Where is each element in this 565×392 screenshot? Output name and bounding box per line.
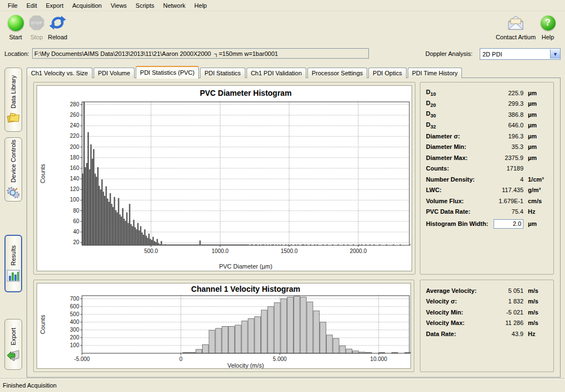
- tab-pdi-volume[interactable]: PDI Volume: [94, 68, 135, 78]
- svg-text:600: 600: [70, 303, 79, 310]
- svg-text:-5.000: -5.000: [74, 356, 90, 362]
- menu-views[interactable]: Views: [106, 1, 131, 10]
- sidebar-label-data-library: Data Library: [10, 75, 17, 109]
- folders-icon: [7, 112, 20, 124]
- svg-text:5.000: 5.000: [273, 356, 287, 362]
- export-arrow-icon: [7, 349, 20, 361]
- sidebar-label-export: Export: [10, 328, 17, 345]
- start-label: Start: [3, 34, 28, 40]
- menu-export[interactable]: Export: [42, 1, 68, 10]
- tab-pdi-time-history[interactable]: PDI Time History: [408, 68, 463, 78]
- location-input[interactable]: [32, 48, 369, 59]
- menu-network[interactable]: Network: [158, 1, 189, 10]
- svg-text:220: 220: [70, 133, 79, 139]
- sidebar-item-data-library[interactable]: Data Library: [4, 68, 22, 132]
- svg-text:80: 80: [73, 208, 80, 214]
- reload-label: Reload: [45, 34, 70, 40]
- location-label: Location:: [4, 50, 29, 57]
- chevron-down-icon[interactable]: ▼: [550, 49, 560, 59]
- stat-row-average-velocity: Average Velocity: 5 051m/s: [426, 285, 548, 296]
- svg-text:60: 60: [73, 218, 80, 224]
- stop-label: Stop: [25, 34, 48, 40]
- svg-text:40: 40: [73, 229, 80, 235]
- reload-button[interactable]: Reload: [45, 13, 70, 40]
- diameter-stats-panel: D10 225.9µm D20 299.3µm D30 386.8µm D32 …: [420, 82, 554, 275]
- stat-row-d20: D20 299.3µm: [426, 99, 548, 110]
- svg-text:120: 120: [70, 186, 79, 192]
- tab-pdi-statistics[interactable]: PDI Statistics: [200, 68, 245, 78]
- svg-text:10.000: 10.000: [370, 356, 387, 362]
- velocity-stats-panel: Average Velocity: 5 051m/s Velocity σ: 1…: [420, 280, 554, 372]
- doppler-analysis-label: Doppler Analysis:: [425, 50, 472, 57]
- sidebar-item-results[interactable]: Results: [4, 235, 22, 292]
- svg-text:200: 200: [70, 144, 79, 150]
- sidebar-item-device-controls[interactable]: Device Controls: [4, 137, 22, 202]
- svg-text:180: 180: [70, 154, 79, 161]
- stop-button[interactable]: STOP Stop: [25, 13, 48, 40]
- velocity-histogram-panel: 100200300400500600700-5.00005.00010.000C…: [33, 280, 414, 372]
- reload-icon: [49, 14, 66, 31]
- stat-row-d30: D30 386.8µm: [426, 109, 548, 120]
- contact-artium-button[interactable]: Contact Artium: [494, 13, 538, 40]
- stat-row-lwc: LWC: 117.435g/m³: [426, 185, 548, 196]
- menu-file[interactable]: File: [3, 1, 22, 10]
- status-text: Finished Acquisition: [3, 382, 56, 389]
- stat-row-diameter-max: Diameter Max: 2375.9µm: [426, 152, 548, 163]
- histogram-bin-width-input[interactable]: [494, 219, 523, 229]
- sidebar-label-results: Results: [10, 245, 17, 266]
- stat-row-histogram-bin-width: Histogram Bin Width: µm: [426, 217, 548, 230]
- envelope-icon: [506, 15, 525, 30]
- help-button[interactable]: ? Help: [536, 13, 560, 40]
- svg-text:160: 160: [70, 165, 79, 171]
- status-bar: Finished Acquisition: [0, 378, 565, 392]
- stat-row-volume-flux: Volume Flux: 1.679E-1cm/s: [426, 195, 548, 207]
- stat-row-number-density: Number Density: 41/cm³: [426, 174, 548, 185]
- menu-help[interactable]: Help: [190, 1, 212, 10]
- start-button[interactable]: Start: [3, 13, 28, 40]
- svg-text:2000.0: 2000.0: [350, 248, 367, 254]
- help-label: Help: [536, 34, 560, 40]
- svg-text:100: 100: [70, 342, 79, 348]
- stat-row-counts: Counts: 17189: [426, 163, 548, 174]
- tab-pdi-statistics-pvc[interactable]: PDI Statistics (PVC): [136, 66, 199, 79]
- stat-row-diameter-sigma: Diameter σ: 196.3µm: [426, 131, 548, 142]
- svg-text:1000.0: 1000.0: [212, 248, 229, 254]
- contact-artium-label: Contact Artium: [494, 34, 538, 40]
- stat-row-velocity-min: Velocity Min: -5 021m/s: [426, 307, 548, 318]
- svg-text:Channel 1 Velocity Histogram: Channel 1 Velocity Histogram: [191, 285, 300, 293]
- sidebar-item-export[interactable]: Export: [4, 319, 22, 370]
- menu-scripts[interactable]: Scripts: [131, 1, 159, 10]
- tab-processor-settings[interactable]: Processor Settings: [307, 68, 367, 78]
- svg-text:20: 20: [73, 239, 80, 245]
- doppler-analysis-dropdown[interactable]: 2D PDI ▼: [480, 48, 561, 60]
- svg-text:Velocity (m/s): Velocity (m/s): [227, 362, 264, 369]
- svg-text:400: 400: [70, 319, 79, 325]
- stat-row-velocity-max: Velocity Max: 11 286m/s: [426, 318, 548, 329]
- tab-pdi-optics[interactable]: PDI Optics: [368, 68, 407, 78]
- bar-chart-icon: [7, 270, 20, 282]
- tab-bar: Ch1 Velocity vs. Size PDI Volume PDI Sta…: [27, 66, 462, 78]
- gears-magnifier-icon: [7, 186, 20, 199]
- pvc-diameter-histogram-panel: 2040608010012014016018020022024026028050…: [33, 82, 415, 275]
- stop-icon: STOP: [29, 16, 44, 30]
- svg-text:200: 200: [70, 334, 79, 341]
- start-icon: [8, 15, 24, 31]
- svg-text:0: 0: [179, 356, 183, 362]
- velocity-histogram-chart: 100200300400500600700-5.00005.00010.000C…: [37, 283, 411, 369]
- tab-ch1-pdi-validation[interactable]: Ch1 PDI Validation: [246, 68, 306, 78]
- stat-row-diameter-min: Diameter Min: 35.3µm: [426, 142, 548, 153]
- svg-text:240: 240: [70, 122, 79, 128]
- svg-text:500.0: 500.0: [144, 248, 158, 254]
- menu-bar: File Edit Export Acquisition Views Scrip…: [0, 0, 565, 11]
- sidebar-label-device-controls: Device Controls: [10, 140, 17, 183]
- svg-text:300: 300: [70, 327, 79, 333]
- svg-text:280: 280: [70, 101, 79, 107]
- menu-acquisition[interactable]: Acquisition: [68, 1, 106, 10]
- svg-text:PVC Diameter Histogram: PVC Diameter Histogram: [200, 89, 292, 97]
- menu-edit[interactable]: Edit: [22, 1, 42, 10]
- tab-ch1-velocity-vs-size[interactable]: Ch1 Velocity vs. Size: [27, 68, 93, 78]
- stat-row-data-rate: Data Rate: 43.9Hz: [426, 328, 548, 339]
- help-icon: ?: [541, 16, 556, 30]
- svg-text:100: 100: [70, 197, 79, 203]
- doppler-analysis-value: 2D PDI: [480, 51, 550, 58]
